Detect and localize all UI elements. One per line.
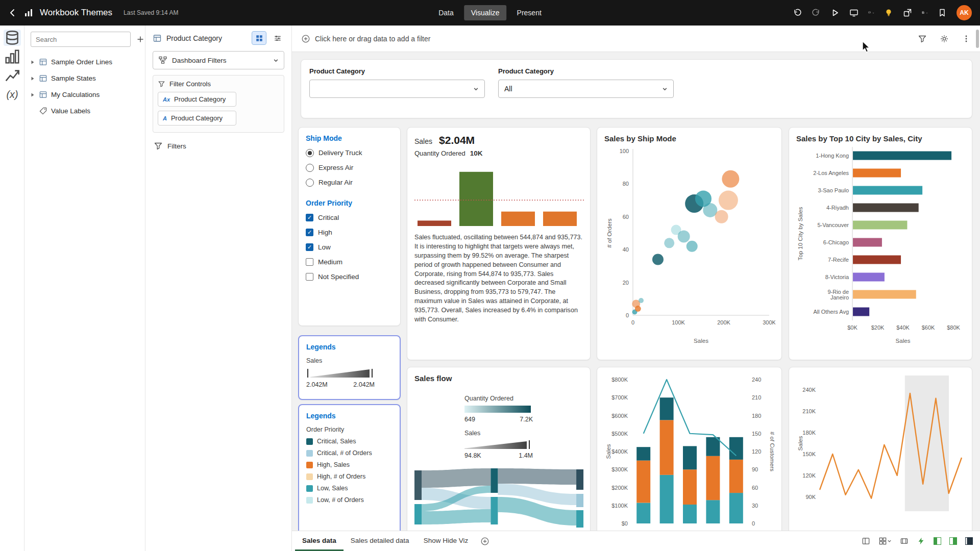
undo-button[interactable] (793, 8, 802, 17)
redo-button[interactable] (812, 8, 821, 17)
data-panel-button[interactable] (4, 30, 21, 46)
radio-express-air[interactable]: Express Air (306, 160, 393, 175)
svg-text:$100K: $100K (611, 503, 628, 509)
checkbox-medium[interactable]: Medium (306, 255, 393, 269)
sales-flow-slider[interactable] (464, 440, 533, 449)
analytics-panel-button[interactable] (4, 67, 21, 84)
product-category-select-2[interactable]: All (498, 80, 674, 98)
tree-item-my-calculations[interactable]: My Calculations (31, 88, 139, 102)
canvas-layout-button[interactable] (862, 537, 870, 545)
legends-sales-card[interactable]: Legends Sales 2.042M 2.042M (298, 335, 401, 400)
checkbox-icon (306, 214, 313, 221)
quantity-range-label: Quantity Ordered (464, 395, 533, 402)
legend-entry-high-sales[interactable]: High, Sales (306, 461, 393, 468)
svg-text:2-Los Angeles: 2-Los Angeles (813, 170, 849, 176)
auto-apply-button[interactable] (917, 537, 925, 545)
slider-handle[interactable] (528, 440, 531, 449)
grid-view-button[interactable] (878, 537, 892, 545)
radio-icon (306, 164, 314, 172)
nav-tab-visualize[interactable]: Visualize (464, 5, 507, 20)
dashboard-filters-dropdown[interactable]: Dashboard Filters (153, 51, 284, 69)
bookmark-button[interactable] (938, 8, 947, 17)
slider-handle-right[interactable] (371, 369, 374, 378)
sankey-chart[interactable] (414, 467, 584, 531)
filter-chip-1[interactable]: AxProduct Category (158, 92, 236, 107)
legend-entry-critical-sales[interactable]: Critical, Sales (306, 438, 393, 445)
svg-text:4-Riyadh: 4-Riyadh (826, 205, 849, 211)
legend-entry-high-of-orders[interactable]: High, # of Orders (306, 473, 393, 480)
radio-label: Regular Air (318, 179, 353, 186)
bottom-bar: Sales dataSales detailed dataShow Hide V… (292, 531, 980, 551)
legend-entry-low-sales[interactable]: Low, Sales (306, 485, 393, 492)
filter-funnel-button[interactable] (918, 34, 927, 43)
legends-title-2: Legends (306, 412, 393, 420)
search-row (31, 32, 139, 47)
insights-button[interactable] (884, 8, 893, 17)
search-input[interactable] (31, 32, 131, 47)
save-button[interactable] (922, 11, 928, 15)
tree-item-sample-states[interactable]: Sample States (31, 71, 139, 85)
add-canvas-button[interactable] (480, 531, 489, 551)
radio-delivery-truck[interactable]: Delivery Truck (306, 145, 393, 160)
properties-view-toggle[interactable] (271, 32, 284, 44)
sales-range-slider[interactable] (306, 369, 393, 378)
trend-line-chart[interactable]: 90K120K150K180K210K240KSales (795, 372, 967, 525)
canvas-style-dark-button[interactable] (965, 537, 973, 545)
legend-entry-low-of-orders[interactable]: Low, # of Orders (306, 496, 393, 504)
checkbox-low[interactable]: Low (306, 240, 393, 255)
svg-text:$500K: $500K (611, 431, 628, 437)
stacked-bar-line-chart[interactable]: $0$100K$200K$300K$400K$500K$600K$700K$80… (603, 372, 776, 531)
filter-chip-2[interactable]: AProduct Category (158, 111, 236, 126)
top10-bar-chart[interactable]: $0K$20K$40K$60K$80K1-Hong Kong2-Los Ange… (796, 143, 966, 347)
tag-icon (39, 107, 47, 115)
product-category-select-1[interactable] (309, 80, 485, 98)
settings-button[interactable] (940, 34, 949, 43)
tree-item-value-labels[interactable]: Value Labels (31, 104, 139, 118)
svg-text:120: 120 (752, 448, 761, 455)
canvas-style-split-button[interactable] (949, 537, 957, 545)
canvas-tab-sales-data[interactable]: Sales data (295, 531, 344, 551)
svg-text:90K: 90K (805, 494, 816, 500)
add-filter-prompt[interactable]: Click here or drag data to add a filter (315, 35, 430, 43)
checkbox-high[interactable]: High (306, 225, 393, 240)
legend-label: Low, Sales (317, 485, 348, 492)
svg-text:7-Recife: 7-Recife (828, 257, 849, 263)
svg-text:3-Sao Paulo: 3-Sao Paulo (818, 187, 849, 193)
checkbox-not-specified[interactable]: Not Specified (306, 269, 393, 284)
add-data-button[interactable] (136, 35, 145, 44)
radio-regular-air[interactable]: Regular Air (306, 175, 393, 190)
open-in-button[interactable] (903, 8, 912, 17)
svg-text:150: 150 (752, 431, 761, 437)
more-options-button[interactable] (962, 34, 971, 43)
checkbox-label: High (318, 229, 332, 236)
svg-text:60: 60 (752, 485, 758, 491)
svg-text:30: 30 (752, 503, 758, 509)
nav-tab-present[interactable]: Present (510, 5, 549, 20)
dashboard-filters-icon (158, 56, 167, 65)
svg-text:40: 40 (623, 246, 629, 253)
canvas-style-light-button[interactable] (934, 537, 941, 545)
comments-button[interactable] (868, 11, 874, 15)
back-icon[interactable] (8, 8, 17, 17)
scrollbar-thumb[interactable] (976, 30, 979, 48)
slider-handle-left[interactable] (306, 369, 309, 378)
checkbox-critical[interactable]: Critical (306, 210, 393, 225)
filters-section[interactable]: Filters (153, 141, 284, 151)
svg-text:$80K: $80K (947, 324, 960, 331)
visualizations-panel-button[interactable] (4, 48, 21, 65)
kpi-bar-chart[interactable] (414, 162, 584, 228)
canvas-tab-show-hide-viz[interactable]: Show Hide Viz (416, 531, 476, 551)
calculations-panel-button[interactable]: (x) (4, 86, 21, 103)
presentation-button[interactable] (900, 537, 909, 545)
quantity-gradient-slider[interactable] (464, 406, 531, 413)
run-button[interactable] (830, 8, 840, 17)
bubble-chart[interactable]: 0204060801000100K200K300KSales# of Order… (604, 143, 775, 347)
legends-priority-card[interactable]: Legends Order Priority Critical, SalesCr… (298, 404, 401, 531)
canvas-tab-sales-detailed-data[interactable]: Sales detailed data (344, 531, 416, 551)
nav-tab-data[interactable]: Data (431, 5, 461, 20)
grammar-view-toggle[interactable] (252, 32, 266, 44)
legend-entry-critical-of-orders[interactable]: Critical, # of Orders (306, 449, 393, 457)
present-screen-button[interactable] (849, 8, 859, 17)
user-avatar[interactable]: AK (957, 5, 972, 20)
tree-item-sample-order-lines[interactable]: Sample Order Lines (31, 55, 139, 69)
